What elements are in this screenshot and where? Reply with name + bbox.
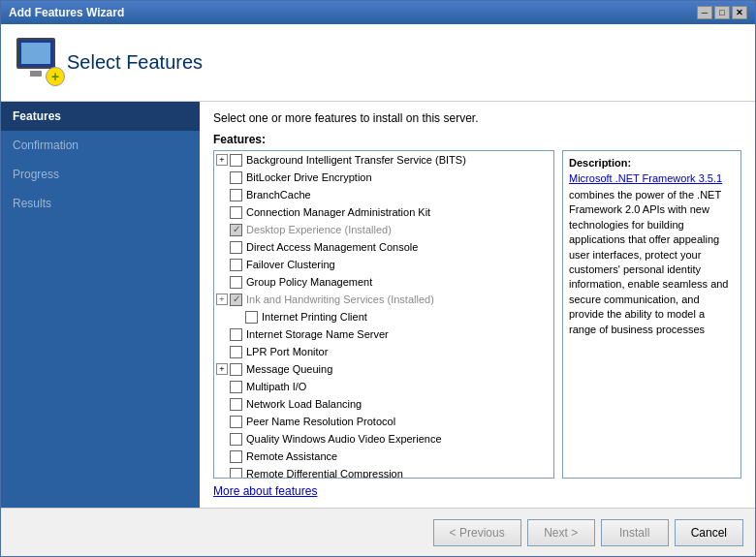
feature-label: Background Intelligent Transfer Service … xyxy=(246,152,466,168)
main-area: Features Confirmation Progress Results S… xyxy=(1,102,755,508)
feature-label: BitLocker Drive Encryption xyxy=(246,170,372,185)
sidebar-item-features[interactable]: Features xyxy=(1,102,200,131)
list-item[interactable]: Internet Storage Name Server xyxy=(214,325,553,343)
feature-label: Ink and Handwriting Services (Installed) xyxy=(246,292,434,307)
footer: < Previous Next > Install Cancel xyxy=(1,508,755,556)
desc-title: Description: xyxy=(569,157,735,169)
feature-label: Multipath I/O xyxy=(246,379,306,394)
list-item[interactable]: Peer Name Resolution Protocol xyxy=(214,413,553,430)
header-section: + Select Features xyxy=(1,24,755,102)
feature-label: Network Load Balancing xyxy=(246,396,362,412)
feature-checkbox[interactable] xyxy=(230,171,242,184)
features-desc-row: +Background Intelligent Transfer Service… xyxy=(213,150,741,479)
feature-label: Group Policy Management xyxy=(246,274,372,290)
feature-label: Remote Differential Compression xyxy=(246,466,403,479)
list-item[interactable]: Internet Printing Client xyxy=(214,308,553,325)
feature-label: Remote Assistance xyxy=(246,449,337,464)
sidebar-item-confirmation[interactable]: Confirmation xyxy=(1,131,200,160)
feature-checkbox[interactable] xyxy=(230,363,242,376)
window-title: Add Features Wizard xyxy=(9,6,124,19)
feature-checkbox[interactable] xyxy=(245,311,258,324)
list-item[interactable]: +Background Intelligent Transfer Service… xyxy=(214,151,553,169)
sidebar-item-results[interactable]: Results xyxy=(1,189,200,218)
feature-checkbox[interactable] xyxy=(230,189,242,201)
wizard-window: Add Features Wizard ─ □ ✕ + Select Featu… xyxy=(0,0,756,557)
feature-checkbox[interactable] xyxy=(230,346,242,358)
feature-label: Peer Name Resolution Protocol xyxy=(246,414,395,429)
list-item[interactable]: Quality Windows Audio Video Experience xyxy=(214,430,553,448)
feature-checkbox[interactable] xyxy=(230,294,242,306)
feature-checkbox[interactable] xyxy=(230,416,242,428)
monitor-base xyxy=(30,71,42,77)
sidebar: Features Confirmation Progress Results xyxy=(1,102,200,508)
title-bar: Add Features Wizard ─ □ ✕ xyxy=(1,1,755,24)
list-item[interactable]: +Ink and Handwriting Services (Installed… xyxy=(214,291,553,308)
feature-label: Message Queuing xyxy=(246,361,332,377)
feature-label: Quality Windows Audio Video Experience xyxy=(246,431,442,447)
feature-checkbox[interactable] xyxy=(230,276,242,289)
feature-label: Failover Clustering xyxy=(246,257,335,272)
feature-label: Internet Storage Name Server xyxy=(246,326,389,342)
features-list[interactable]: +Background Intelligent Transfer Service… xyxy=(213,150,554,479)
previous-button[interactable]: < Previous xyxy=(433,519,521,546)
sidebar-item-progress[interactable]: Progress xyxy=(1,160,200,189)
list-item[interactable]: Failover Clustering xyxy=(214,256,553,273)
list-item[interactable]: Connection Manager Administration Kit xyxy=(214,203,553,221)
header-title: Select Features xyxy=(67,51,203,74)
list-item[interactable]: Direct Access Management Console xyxy=(214,238,553,256)
list-item[interactable]: Network Load Balancing xyxy=(214,395,553,413)
feature-label: Direct Access Management Console xyxy=(246,239,418,255)
feature-checkbox[interactable] xyxy=(230,450,242,463)
install-button[interactable]: Install xyxy=(601,519,669,546)
feature-checkbox[interactable] xyxy=(230,468,242,480)
cancel-button[interactable]: Cancel xyxy=(675,519,743,546)
feature-label: LPR Port Monitor xyxy=(246,344,328,359)
feature-label: Internet Printing Client xyxy=(262,309,367,325)
feature-label: Desktop Experience (Installed) xyxy=(246,222,392,237)
feature-checkbox[interactable] xyxy=(230,206,242,219)
expand-button[interactable]: + xyxy=(216,294,228,305)
minimize-button[interactable]: ─ xyxy=(697,6,712,19)
list-item[interactable]: Desktop Experience (Installed) xyxy=(214,221,553,238)
expand-button[interactable]: + xyxy=(216,154,228,166)
header-icon: + xyxy=(16,38,67,88)
feature-checkbox[interactable] xyxy=(230,328,242,341)
list-item[interactable]: Group Policy Management xyxy=(214,273,553,291)
expand-button[interactable]: + xyxy=(216,363,228,375)
monitor-icon xyxy=(16,38,55,69)
close-button[interactable]: ✕ xyxy=(732,6,747,19)
title-bar-buttons: ─ □ ✕ xyxy=(697,6,747,19)
feature-label: Connection Manager Administration Kit xyxy=(246,204,430,220)
list-item[interactable]: +Message Queuing xyxy=(214,360,553,378)
list-item[interactable]: Multipath I/O xyxy=(214,378,553,395)
list-item[interactable]: Remote Assistance xyxy=(214,448,553,465)
feature-checkbox[interactable] xyxy=(230,154,242,167)
list-item[interactable]: LPR Port Monitor xyxy=(214,343,553,360)
desc-body: combines the power of the .NET Framework… xyxy=(569,188,735,337)
content-area: Select one or more features to install o… xyxy=(200,102,755,508)
list-item[interactable]: BranchCache xyxy=(214,186,553,203)
feature-checkbox[interactable] xyxy=(230,259,242,271)
desc-link[interactable]: Microsoft .NET Framework 3.5.1 xyxy=(569,172,735,184)
monitor-screen xyxy=(21,43,50,64)
features-label: Features: xyxy=(213,133,741,146)
next-button[interactable]: Next > xyxy=(527,519,595,546)
feature-checkbox[interactable] xyxy=(230,433,242,446)
more-about-features-link[interactable]: More about features xyxy=(213,484,741,498)
maximize-button[interactable]: □ xyxy=(714,6,730,19)
list-item[interactable]: BitLocker Drive Encryption xyxy=(214,169,553,186)
feature-checkbox[interactable] xyxy=(230,398,242,411)
add-badge-icon: + xyxy=(46,67,65,86)
feature-label: BranchCache xyxy=(246,187,311,202)
feature-checkbox[interactable] xyxy=(230,241,242,254)
description-panel: Description: Microsoft .NET Framework 3.… xyxy=(562,150,741,479)
list-item[interactable]: Remote Differential Compression xyxy=(214,465,553,479)
feature-checkbox[interactable] xyxy=(230,224,242,236)
feature-checkbox[interactable] xyxy=(230,381,242,393)
content-intro: Select one or more features to install o… xyxy=(213,111,741,125)
